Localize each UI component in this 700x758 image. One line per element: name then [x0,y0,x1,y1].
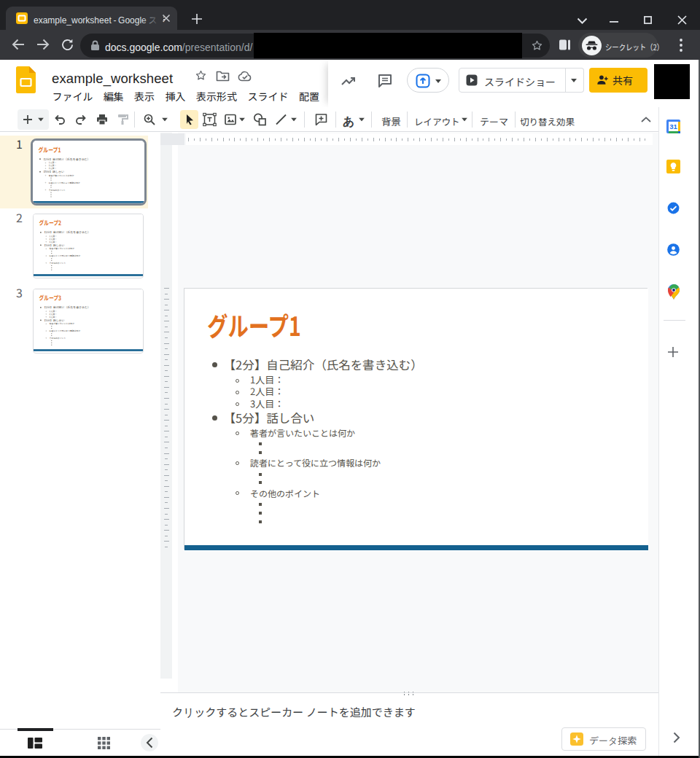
svg-text:31: 31 [669,122,677,130]
